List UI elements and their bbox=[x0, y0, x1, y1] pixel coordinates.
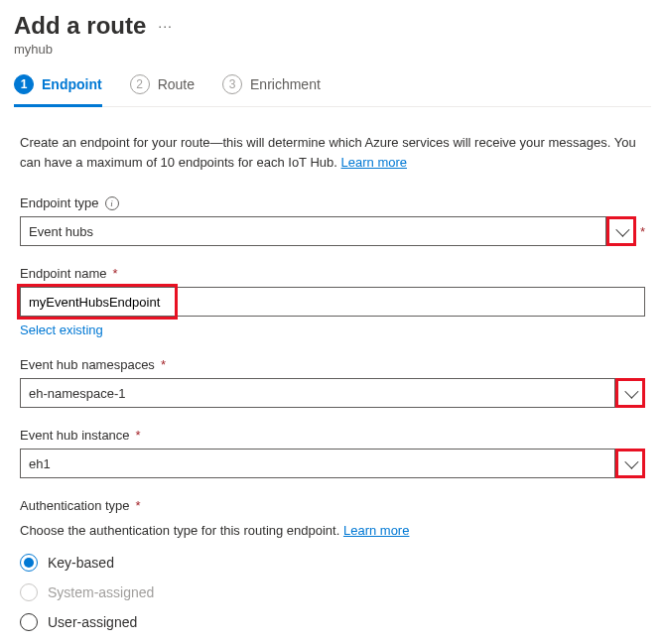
required-marker: * bbox=[640, 224, 645, 239]
tab-label: Endpoint bbox=[42, 76, 102, 92]
radio-label: User-assigned bbox=[48, 614, 137, 630]
radio-user-assigned[interactable]: User-assigned bbox=[20, 613, 645, 631]
wizard-tabs: 1 Endpoint 2 Route 3 Enrichment bbox=[14, 74, 651, 107]
more-menu-icon[interactable]: ··· bbox=[158, 18, 173, 34]
instance-select[interactable]: eh1 bbox=[20, 449, 615, 478]
tab-label: Route bbox=[158, 76, 195, 92]
step-number: 1 bbox=[14, 74, 34, 94]
endpoint-type-chevron[interactable] bbox=[606, 216, 636, 246]
required-marker: * bbox=[112, 266, 117, 281]
radio-label: System-assigned bbox=[48, 584, 154, 600]
radio-icon bbox=[20, 583, 38, 601]
namespace-select[interactable]: eh-namespace-1 bbox=[20, 378, 615, 408]
auth-description: Choose the authentication type for this … bbox=[20, 523, 645, 538]
label-endpoint-name: Endpoint name bbox=[20, 266, 106, 281]
radio-label: Key-based bbox=[48, 555, 114, 571]
required-marker: * bbox=[136, 428, 141, 443]
tab-route[interactable]: 2 Route bbox=[130, 74, 195, 107]
tab-label: Enrichment bbox=[250, 76, 321, 92]
radio-system-assigned: System-assigned bbox=[20, 583, 645, 601]
endpoint-type-value: Event hubs bbox=[29, 224, 93, 239]
namespace-chevron[interactable] bbox=[615, 378, 645, 408]
field-namespace: Event hub namespaces * eh-namespace-1 bbox=[20, 357, 645, 408]
chevron-down-icon bbox=[624, 455, 638, 469]
instance-value: eh1 bbox=[29, 456, 51, 471]
auth-learn-more-link[interactable]: Learn more bbox=[343, 523, 409, 538]
auth-radio-group: Key-based System-assigned User-assigned bbox=[20, 554, 645, 631]
endpoint-type-select[interactable]: Event hubs bbox=[20, 216, 606, 246]
page-header: Add a route ··· myhub bbox=[14, 12, 651, 57]
form-content: Create an endpoint for your route—this w… bbox=[14, 107, 651, 644]
auth-desc-text: Choose the authentication type for this … bbox=[20, 523, 339, 538]
label-instance: Event hub instance bbox=[20, 428, 130, 443]
tab-enrichment[interactable]: 3 Enrichment bbox=[222, 74, 321, 107]
step-number: 3 bbox=[222, 74, 242, 94]
field-endpoint-type: Endpoint type i Event hubs * bbox=[20, 195, 645, 246]
namespace-value: eh-namespace-1 bbox=[29, 386, 126, 401]
field-auth-type: Authentication type * Choose the authent… bbox=[20, 498, 645, 631]
tab-endpoint[interactable]: 1 Endpoint bbox=[14, 74, 102, 107]
resource-name: myhub bbox=[14, 42, 651, 57]
learn-more-link[interactable]: Learn more bbox=[341, 155, 407, 170]
label-namespace: Event hub namespaces bbox=[20, 357, 155, 372]
required-marker: * bbox=[136, 498, 141, 513]
endpoint-name-input[interactable] bbox=[20, 287, 645, 317]
radio-key-based[interactable]: Key-based bbox=[20, 554, 645, 572]
page-title: Add a route bbox=[14, 12, 146, 40]
radio-icon bbox=[20, 613, 38, 631]
step-number: 2 bbox=[130, 74, 150, 94]
chevron-down-icon bbox=[624, 385, 638, 399]
intro-body: Create an endpoint for your route—this w… bbox=[20, 135, 636, 170]
info-icon[interactable]: i bbox=[105, 196, 119, 210]
label-endpoint-type: Endpoint type bbox=[20, 195, 99, 210]
intro-text: Create an endpoint for your route—this w… bbox=[20, 133, 645, 172]
radio-icon bbox=[20, 554, 38, 572]
field-instance: Event hub instance * eh1 bbox=[20, 428, 645, 478]
label-auth-type: Authentication type bbox=[20, 498, 130, 513]
required-marker: * bbox=[161, 357, 166, 372]
select-existing-link[interactable]: Select existing bbox=[20, 322, 103, 337]
chevron-down-icon bbox=[615, 223, 629, 237]
instance-chevron[interactable] bbox=[615, 449, 645, 478]
field-endpoint-name: Endpoint name * Select existing bbox=[20, 266, 645, 337]
